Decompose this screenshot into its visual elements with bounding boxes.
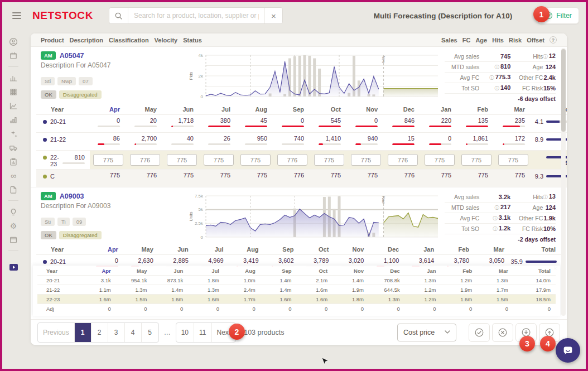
column-header-month[interactable]: Sep [274, 104, 311, 114]
metric-link-age[interactable]: Age [475, 37, 487, 44]
metric-link-offset[interactable]: Offset [527, 37, 544, 44]
previous-page-button[interactable]: Previous [38, 323, 75, 342]
metric-row: Avg sales3.2kHitsⓘ13 [445, 192, 556, 203]
column-header-month[interactable]: Jun [163, 104, 200, 114]
column-link-description[interactable]: Description [70, 37, 104, 44]
forecast-input[interactable] [204, 154, 234, 166]
value-bar-fill [245, 126, 267, 127]
column-header-month[interactable]: Feb [441, 244, 476, 254]
cell-number: 950 [237, 135, 267, 142]
column-header-month[interactable]: Jan [406, 244, 441, 254]
metric-value: 124 [543, 64, 556, 70]
column-header-month[interactable]: Aug [237, 104, 274, 114]
column-header-month[interactable]: Oct [311, 104, 348, 114]
line-chart-icon[interactable] [9, 99, 18, 113]
column-header-month[interactable]: Aug [230, 244, 266, 254]
approve-all-button[interactable] [469, 323, 490, 342]
cell-forecast [90, 150, 127, 169]
search-icon[interactable] [109, 8, 128, 23]
metric-value: 10% [543, 225, 556, 232]
calendar-icon[interactable] [9, 49, 18, 62]
reject-all-button[interactable] [492, 323, 513, 342]
forecast-input[interactable] [167, 154, 197, 166]
column-header-month[interactable]: Apr [90, 104, 127, 114]
summary-cell: 1.9m [332, 285, 369, 294]
grid-icon[interactable] [9, 85, 18, 99]
help-icon[interactable]: ? [550, 36, 557, 44]
sparkles-icon[interactable] [9, 127, 18, 141]
svg-text:2.5k: 2.5k [195, 221, 204, 226]
summary-cell: 1.3m [188, 285, 224, 294]
column-link-status[interactable]: Status [183, 37, 202, 44]
page-button-2[interactable]: 2 [91, 323, 108, 342]
forecast-input[interactable] [130, 154, 160, 166]
cell-number: 776 [274, 172, 304, 179]
page-button-3[interactable]: 3 [108, 323, 125, 342]
forecast-input[interactable] [461, 154, 491, 166]
forecast-input[interactable] [425, 154, 455, 166]
column-header-month[interactable]: Jan [421, 104, 458, 114]
scrollbar-thumb[interactable] [561, 49, 566, 132]
cell-value: 776 [384, 169, 421, 187]
column-header-month[interactable]: Feb [458, 104, 495, 114]
value-bar [98, 126, 120, 127]
forecast-input[interactable] [498, 154, 528, 166]
column-header-month[interactable]: Jul [200, 104, 237, 114]
page-button-5[interactable]: 5 [142, 323, 158, 342]
metric-link-risk[interactable]: Risk [509, 37, 522, 44]
forecast-input[interactable] [388, 154, 418, 166]
page-button-10[interactable]: 10 [176, 323, 194, 342]
column-header-month[interactable]: Nov [335, 244, 370, 254]
cell-number: 3,602 [266, 257, 294, 264]
document-icon[interactable] [9, 182, 18, 196]
page-button-11[interactable]: 11 [194, 323, 211, 342]
video-badge-icon[interactable] [9, 264, 18, 271]
forecast-input[interactable] [240, 154, 271, 166]
clipboard-report-icon[interactable] [9, 155, 18, 168]
browser-window-icon[interactable] [9, 233, 18, 247]
page-button-4[interactable]: 4 [125, 323, 142, 342]
user-icon[interactable] [9, 35, 18, 49]
column-header-month[interactable]: May [127, 104, 163, 114]
product-code-link[interactable]: A05047 [60, 52, 84, 60]
metric-value: ⓘ13 [543, 193, 556, 201]
metric-link-sales[interactable]: Sales [441, 37, 457, 44]
column-header-month[interactable]: Mar [476, 244, 511, 254]
metric-link-fc[interactable]: FC [462, 37, 471, 44]
infinity-icon[interactable]: ∞ [11, 168, 16, 182]
bar-chart-icon[interactable] [9, 71, 18, 85]
gear-icon[interactable]: ⚙ [10, 219, 17, 233]
page-button-1[interactable]: 1 [75, 323, 91, 342]
column-link-classification[interactable]: Classification [109, 37, 149, 44]
column-header-month[interactable]: Mar [495, 104, 532, 114]
column-header-month[interactable]: Sep [266, 244, 301, 254]
card-header: ProductDescriptionClassificationVelocity… [31, 33, 567, 47]
column-header-month[interactable]: Jun [160, 244, 195, 254]
forecast-input[interactable] [277, 154, 307, 166]
truck-icon[interactable] [9, 141, 18, 155]
menu-icon[interactable] [12, 11, 21, 21]
column-header-month[interactable]: Nov [348, 104, 384, 114]
column-header-month[interactable]: Dec [370, 244, 406, 254]
column-link-velocity[interactable]: Velocity [155, 37, 178, 44]
price-select[interactable]: Cost price [397, 324, 456, 341]
forecast-input[interactable] [93, 154, 123, 166]
summary-cell: 1.6m [441, 294, 478, 303]
value-bar-fill [503, 126, 520, 127]
column-header-month[interactable]: Jul [195, 244, 230, 254]
column-header-month[interactable]: Dec [384, 104, 421, 114]
column-header-month[interactable]: Apr [90, 244, 125, 254]
clear-search-icon[interactable]: × [264, 8, 282, 23]
metric-link-hits[interactable]: Hits [492, 37, 504, 44]
forecast-input[interactable] [314, 154, 344, 166]
product-code-link[interactable]: A09003 [60, 192, 84, 200]
chart-growth-icon[interactable] [9, 113, 18, 127]
forecast-input[interactable] [351, 154, 381, 166]
search-input[interactable] [128, 12, 264, 20]
chat-launcher[interactable] [556, 338, 580, 363]
column-link-product[interactable]: Product [41, 37, 64, 44]
column-header-month[interactable]: Oct [301, 244, 336, 254]
column-header-month[interactable]: May [125, 244, 160, 254]
lightbulb-icon[interactable] [9, 205, 18, 219]
scrollbar[interactable] [561, 48, 566, 316]
